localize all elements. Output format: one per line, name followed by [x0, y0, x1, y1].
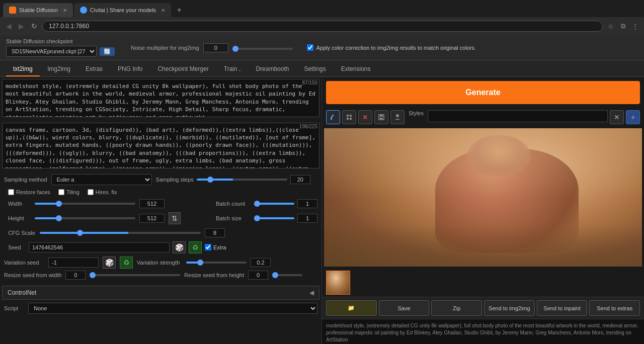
sampling-steps-slider[interactable]: [197, 179, 287, 181]
tab-civitai[interactable]: Civitai | Share your models ✕: [74, 3, 171, 17]
style-icon-btn-4[interactable]: [374, 110, 388, 124]
extra-checkbox[interactable]: [205, 244, 211, 250]
left-panel: 87/150 modelshoot style, (extremely deta…: [0, 77, 322, 344]
tab-stable-diffusion[interactable]: Stable Diffusion ✕: [3, 3, 73, 17]
var-seed-recycle-button[interactable]: ♻: [120, 256, 133, 269]
variation-seed-input[interactable]: [48, 257, 99, 268]
thumbnail-1[interactable]: [326, 271, 350, 295]
tab-settings[interactable]: Settings: [297, 62, 333, 76]
resize-width-value[interactable]: [65, 271, 86, 280]
script-label: Script: [4, 305, 24, 311]
seed-dice-button[interactable]: 🎲: [173, 241, 186, 253]
height-slider[interactable]: [35, 217, 135, 219]
nav-tabs: txt2img img2img Extras PNG Info Checkpoi…: [0, 60, 644, 77]
tiling-checkbox-wrap[interactable]: Tiling: [58, 189, 79, 195]
resize-height-slider[interactable]: [272, 274, 302, 276]
bookmark-icon[interactable]: ☆: [606, 21, 616, 31]
noise-label: Noise multiplier for img2img: [131, 45, 199, 51]
refresh-checkpoint-btn[interactable]: 🔄: [100, 47, 115, 56]
zip-button[interactable]: Zip: [431, 300, 482, 316]
cfg-scale-value[interactable]: [205, 228, 225, 237]
extra-label: Extra: [213, 244, 226, 250]
style-icon-btn-1[interactable]: [326, 110, 340, 124]
controlnet-bar[interactable]: ControlNet ◀: [2, 286, 319, 300]
forward-button[interactable]: ▶: [17, 21, 26, 31]
send-to-img2img-button[interactable]: Send to img2img: [484, 300, 535, 316]
height-label: Height: [8, 215, 31, 221]
checkpoint-select[interactable]: SD15NewVAEpruned.ckpt [27a4ac756c]: [6, 46, 97, 57]
styles-clear-btn[interactable]: ✕: [610, 110, 624, 124]
address-bar[interactable]: [42, 21, 603, 32]
restore-faces-label: Restore faces: [16, 189, 50, 195]
noise-input[interactable]: [203, 43, 228, 52]
height-value[interactable]: [139, 214, 165, 223]
style-icon-btn-3[interactable]: ✕: [358, 110, 372, 124]
style-icons-row: ✕ Styles ✕ +: [322, 108, 644, 126]
resize-height-value[interactable]: [248, 271, 268, 280]
seed-recycle-button[interactable]: ♻: [189, 241, 202, 253]
variation-strength-slider[interactable]: [186, 262, 247, 264]
save-button[interactable]: Save: [379, 300, 430, 316]
resize-row: Resize seed from width Resize seed from …: [4, 271, 317, 280]
tab-extras[interactable]: Extras: [78, 62, 110, 76]
batch-size-slider[interactable]: [254, 217, 294, 219]
seed-input[interactable]: [29, 242, 170, 252]
style-icon-btn-2[interactable]: [342, 110, 356, 124]
style-icon-btn-5[interactable]: [390, 110, 405, 124]
send-to-inpaint-button[interactable]: Send to inpaint: [537, 300, 588, 316]
styles-select-area[interactable]: [428, 110, 608, 122]
tab-close-sd[interactable]: ✕: [63, 8, 67, 13]
tab-close-civitai[interactable]: ✕: [161, 8, 165, 13]
hires-fix-checkbox-wrap[interactable]: Hires. fix: [88, 189, 117, 195]
color-correct-checkbox[interactable]: [307, 44, 313, 51]
send-to-extras-button[interactable]: Send to extras: [589, 300, 640, 316]
styles-section-label: Styles: [409, 110, 424, 124]
sampling-steps-value[interactable]: [290, 175, 310, 184]
color-correct-section: Apply color correction to img2img result…: [307, 44, 476, 51]
negative-prompt-textarea[interactable]: canvas frame, cartoon, 3d, (disfigured))…: [2, 123, 319, 168]
save-icon: [378, 114, 385, 121]
batch-count-label: Batch count: [216, 201, 251, 207]
tab-png-info[interactable]: PNG Info: [111, 62, 149, 76]
width-slider[interactable]: [35, 203, 135, 205]
resize-width-slider[interactable]: [90, 274, 180, 276]
generated-image-area: ✕: [324, 128, 642, 267]
generate-area: Generate: [322, 77, 644, 108]
reload-button[interactable]: ↻: [29, 21, 39, 31]
tab-train[interactable]: Train ,: [217, 62, 248, 76]
script-select[interactable]: None: [28, 303, 317, 314]
batch-count-slider[interactable]: [254, 203, 294, 205]
browser-chrome: Stable Diffusion ✕ Civitai | Share your …: [0, 0, 644, 35]
styles-add-btn[interactable]: +: [626, 110, 640, 124]
tab-extensions[interactable]: Extensions: [334, 62, 378, 76]
positive-prompt-textarea[interactable]: modelshoot style, (extremely detailed CG…: [2, 79, 319, 117]
var-seed-dice-button[interactable]: 🎲: [103, 256, 116, 269]
swap-dimensions-button[interactable]: ⇅: [169, 212, 181, 224]
batch-count-value[interactable]: [297, 199, 317, 208]
hires-fix-label: Hires. fix: [96, 189, 117, 195]
tab-checkpoint-merger[interactable]: Checkpoint Merger: [150, 62, 215, 76]
tab-dreambooth[interactable]: Dreambooth: [249, 62, 296, 76]
tab-img2img[interactable]: img2img: [41, 62, 77, 76]
extra-checkbox-wrap[interactable]: Extra: [205, 244, 226, 250]
cfg-scale-slider[interactable]: [40, 232, 201, 234]
variation-strength-value[interactable]: [251, 258, 271, 267]
folder-button[interactable]: 📁: [326, 300, 377, 316]
back-button[interactable]: ◀: [4, 21, 14, 31]
svg-rect-5: [350, 118, 352, 120]
tab-txt2img[interactable]: txt2img: [6, 62, 40, 76]
extensions-icon[interactable]: ⧉: [618, 21, 628, 31]
new-tab-button[interactable]: +: [172, 3, 186, 17]
sampling-method-select[interactable]: Euler a: [51, 174, 152, 185]
hires-fix-checkbox[interactable]: [88, 189, 94, 195]
batch-size-value[interactable]: [297, 214, 317, 223]
generate-button[interactable]: Generate: [326, 81, 640, 104]
menu-icon[interactable]: ⋮: [630, 21, 640, 31]
restore-faces-checkbox-wrap[interactable]: Restore faces: [8, 189, 50, 195]
noise-slider[interactable]: [232, 48, 293, 50]
width-value[interactable]: [139, 199, 165, 208]
negative-counter: 198/225: [299, 124, 317, 129]
tiling-checkbox[interactable]: [58, 189, 64, 195]
restore-faces-checkbox[interactable]: [8, 189, 14, 195]
height-row: Height ⇅: [4, 211, 212, 225]
